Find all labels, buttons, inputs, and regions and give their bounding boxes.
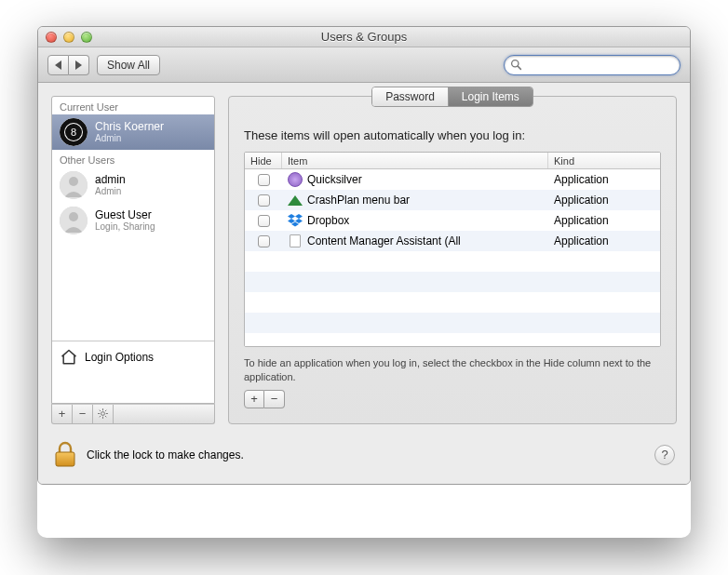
toolbar: Show All (38, 47, 690, 83)
window-title: Users & Groups (38, 30, 690, 44)
user-role: Admin (95, 186, 126, 196)
titlebar: Users & Groups (38, 27, 690, 47)
user-role: Admin (95, 133, 164, 143)
item-name: Dropbox (307, 214, 349, 227)
avatar: 8 (60, 118, 88, 146)
dropbox-icon (288, 213, 303, 228)
add-user-button[interactable]: + (52, 405, 73, 423)
svg-line-18 (105, 410, 106, 411)
hide-hint: To hide an application when you log in, … (244, 356, 661, 384)
add-login-item-button[interactable]: + (244, 390, 264, 408)
user-name: admin (95, 174, 126, 186)
crashplan-icon (288, 193, 303, 207)
login-options-button[interactable]: Login Options (52, 341, 214, 373)
help-icon: ? (661, 448, 667, 461)
svg-marker-20 (295, 214, 303, 219)
table-row-empty (245, 292, 660, 313)
user-name: Chris Koerner (95, 121, 164, 133)
forward-button[interactable] (69, 55, 89, 75)
hide-checkbox[interactable] (258, 174, 270, 186)
svg-line-16 (105, 416, 106, 417)
svg-point-7 (69, 177, 78, 186)
search-field-wrap[interactable] (504, 55, 681, 75)
svg-line-17 (100, 416, 101, 417)
user-role: Login, Sharing (95, 221, 155, 232)
item-name: Content Manager Assistant (All (307, 234, 461, 247)
svg-point-10 (101, 412, 105, 416)
help-button[interactable]: ? (654, 445, 675, 465)
hide-checkbox[interactable] (258, 215, 270, 227)
avatar (60, 171, 88, 199)
lock-text: Click the lock to make changes. (87, 448, 244, 461)
house-icon (60, 348, 78, 367)
sidebar-user-item[interactable]: admin Admin (52, 167, 214, 203)
main-panel: Password Login Items These items will op… (228, 96, 677, 424)
table-row-empty (245, 251, 660, 272)
item-kind: Application (548, 214, 660, 227)
preferences-window: Users & Groups Show All Current User 8 (37, 26, 691, 485)
col-item[interactable]: Item (282, 153, 548, 168)
avatar (60, 207, 88, 234)
svg-point-9 (69, 212, 78, 221)
item-name: CrashPlan menu bar (307, 194, 410, 207)
login-items-intro: These items will open automatically when… (244, 128, 661, 142)
lock-icon (53, 441, 77, 469)
remove-user-button[interactable]: − (73, 405, 93, 423)
table-header: Hide Item Kind (245, 153, 660, 169)
lock-button[interactable] (53, 441, 77, 469)
tab-login-items[interactable]: Login Items (448, 87, 533, 106)
svg-line-15 (100, 410, 101, 411)
hide-checkbox[interactable] (258, 235, 270, 247)
item-kind: Application (548, 194, 660, 207)
chevron-left-icon (55, 60, 61, 70)
svg-marker-19 (288, 214, 295, 219)
search-input[interactable] (526, 59, 674, 72)
hide-checkbox[interactable] (258, 194, 270, 207)
login-options-label: Login Options (85, 351, 154, 364)
sidebar-user-item[interactable]: Guest User Login, Sharing (52, 203, 214, 238)
nav-back-forward (47, 55, 89, 75)
table-row[interactable]: Quicksilver Application (245, 169, 660, 190)
item-kind: Application (548, 234, 660, 247)
svg-text:8: 8 (71, 127, 76, 138)
remove-login-item-button[interactable]: − (264, 390, 285, 408)
item-name: Quicksilver (307, 173, 362, 186)
svg-marker-21 (288, 219, 295, 223)
svg-line-1 (518, 66, 520, 69)
col-hide[interactable]: Hide (245, 153, 282, 168)
window-footer: Click the lock to make changes. ? (38, 437, 690, 484)
table-body: Quicksilver Application CrashPlan menu b… (245, 169, 660, 347)
other-users-label: Other Users (52, 150, 214, 167)
users-sidebar: Current User 8 Chris Koerner Admin Other… (51, 96, 215, 404)
user-actions-button[interactable] (93, 405, 114, 423)
sidebar-user-current[interactable]: 8 Chris Koerner Admin (52, 114, 214, 150)
table-row[interactable]: Dropbox Application (245, 210, 660, 231)
back-button[interactable] (47, 55, 69, 75)
tab-password[interactable]: Password (372, 87, 448, 106)
table-row-empty (245, 272, 660, 292)
col-kind[interactable]: Kind (548, 153, 660, 168)
table-row-empty (245, 333, 660, 347)
item-kind: Application (548, 173, 660, 186)
current-user-label: Current User (52, 97, 214, 114)
svg-marker-22 (295, 219, 303, 223)
svg-marker-23 (291, 222, 299, 227)
quicksilver-icon (288, 172, 303, 187)
gear-icon (97, 408, 109, 420)
chevron-right-icon (75, 60, 82, 70)
document-icon (288, 234, 303, 248)
user-name: Guest User (95, 209, 155, 221)
table-row[interactable]: CrashPlan menu bar Application (245, 190, 660, 210)
login-items-table: Hide Item Kind Quicksilver Application (244, 152, 661, 347)
table-row-empty (245, 313, 660, 333)
svg-rect-24 (56, 452, 74, 466)
show-all-button[interactable]: Show All (97, 55, 160, 75)
sidebar-footer: + − (51, 404, 215, 424)
table-row[interactable]: Content Manager Assistant (All Applicati… (245, 231, 660, 251)
search-icon (510, 59, 522, 71)
